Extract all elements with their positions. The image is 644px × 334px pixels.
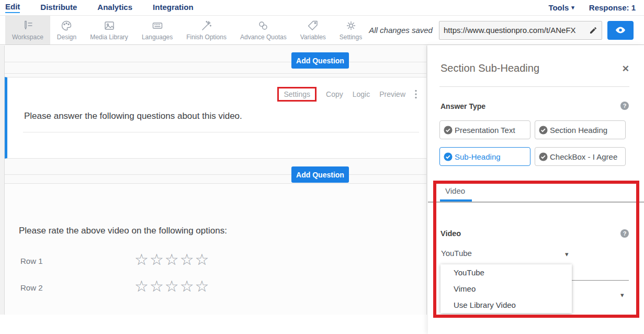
finish-options-icon bbox=[200, 19, 213, 32]
star-rating-row[interactable]: ☆☆☆☆☆ bbox=[134, 252, 210, 268]
survey-url-field[interactable]: https://www.questionpro.com/t/ANeFX bbox=[439, 21, 602, 40]
pencil-icon bbox=[589, 26, 597, 35]
preview-survey-button[interactable] bbox=[607, 21, 634, 40]
toolbar-item-workspace[interactable]: Workspace bbox=[5, 16, 50, 44]
toolbar-item-variables[interactable]: Variables bbox=[293, 16, 333, 44]
toolbar-item-media-library[interactable]: Media Library bbox=[83, 16, 135, 44]
close-icon[interactable]: ✕ bbox=[622, 63, 629, 74]
nav-item-analytics[interactable]: Analytics bbox=[97, 3, 132, 13]
rating-row-label: Row 2 bbox=[20, 283, 43, 292]
question-copy-button[interactable]: Copy bbox=[326, 90, 343, 98]
design-icon bbox=[60, 19, 73, 32]
question-actions: Settings Copy Logic Preview bbox=[277, 87, 417, 102]
toolbar-item-label: Advance Quotas bbox=[240, 34, 287, 41]
answer-type-section-heading[interactable]: Section Heading bbox=[535, 120, 626, 139]
nav-item-distribute[interactable]: Distribute bbox=[40, 3, 77, 13]
video-field-label: Video bbox=[440, 229, 461, 238]
save-status: All changes saved bbox=[369, 26, 433, 35]
check-circle-icon bbox=[444, 126, 453, 135]
answer-type-label: Presentation Text bbox=[455, 126, 515, 135]
media-library-icon bbox=[103, 19, 116, 32]
dropdown-option-youtube[interactable]: YouTube bbox=[440, 264, 572, 281]
page-gutter bbox=[0, 46, 4, 315]
more-options-icon[interactable] bbox=[415, 90, 417, 99]
question-card-subheading[interactable]: Settings Copy Logic Preview Please answe… bbox=[5, 77, 426, 159]
add-question-button[interactable]: Add Question bbox=[291, 52, 349, 69]
help-icon[interactable]: ? bbox=[620, 229, 629, 238]
divider bbox=[5, 62, 426, 62]
answer-type-label: Section Heading bbox=[550, 126, 607, 135]
tab-video[interactable]: Video bbox=[445, 186, 465, 195]
dropdown-option-vimeo[interactable]: Vimeo bbox=[440, 281, 572, 297]
divider bbox=[23, 132, 419, 132]
divider bbox=[5, 174, 426, 175]
star-rating-row[interactable]: ☆☆☆☆☆ bbox=[134, 279, 210, 294]
survey-url-text: https://www.questionpro.com/t/ANeFX bbox=[444, 26, 586, 35]
workspace-icon bbox=[21, 19, 34, 32]
question-card-rating[interactable]: Please rate the above video on the follo… bbox=[5, 183, 426, 315]
answer-type-grid: Presentation Text Section Heading Sub-He… bbox=[439, 120, 626, 166]
toolbar-item-finish-options[interactable]: Finish Options bbox=[179, 16, 233, 44]
response-count[interactable]: Response: 1 bbox=[589, 3, 636, 12]
survey-page: Add Question Settings Copy Logic Preview… bbox=[4, 46, 427, 315]
chevron-down-icon[interactable]: ▾ bbox=[565, 250, 569, 258]
tools-menu[interactable]: Tools ▾ bbox=[548, 3, 574, 12]
nav-right: Tools ▾ Response: 1 bbox=[548, 3, 636, 12]
answer-type-checkbox-i-agree[interactable]: CheckBox - I Agree bbox=[535, 147, 626, 166]
question-text[interactable]: Please answer the following questions ab… bbox=[24, 111, 242, 121]
toolbar-item-settings[interactable]: Settings bbox=[333, 16, 369, 44]
tools-label: Tools bbox=[548, 3, 569, 12]
check-circle-icon bbox=[539, 152, 548, 161]
panel-title: Section Sub-Heading bbox=[440, 62, 539, 74]
add-question-button[interactable]: Add Question bbox=[291, 166, 349, 183]
top-nav: Edit Distribute Analytics Integration To… bbox=[0, 0, 644, 16]
toolbar-item-design[interactable]: Design bbox=[50, 16, 83, 44]
variables-icon bbox=[307, 19, 319, 32]
settings-panel: Section Sub-Heading ✕ Answer Type ? Pres… bbox=[428, 45, 644, 334]
toolbar-item-label: Media Library bbox=[90, 34, 128, 41]
answer-type-label: Answer Type bbox=[440, 102, 485, 110]
nav-item-edit[interactable]: Edit bbox=[5, 2, 20, 13]
toolbar-item-label: Variables bbox=[300, 34, 326, 41]
video-source-dropdown: YouTube Vimeo Use Library Video bbox=[440, 264, 572, 313]
answer-type-label: CheckBox - I Agree bbox=[550, 152, 617, 161]
gear-icon bbox=[345, 19, 357, 32]
help-icon[interactable]: ? bbox=[620, 102, 629, 110]
rating-row-label: Row 1 bbox=[20, 257, 43, 265]
advance-quotas-icon bbox=[257, 19, 269, 32]
toolbar-item-label: Design bbox=[57, 34, 76, 41]
eye-icon bbox=[615, 25, 626, 36]
question-preview-button[interactable]: Preview bbox=[379, 90, 405, 98]
toolbar-item-label: Settings bbox=[340, 34, 362, 41]
nav-item-integration[interactable]: Integration bbox=[153, 3, 194, 13]
toolbar-item-label: Workspace bbox=[12, 34, 43, 41]
divider bbox=[439, 86, 629, 87]
answer-type-presentation-text[interactable]: Presentation Text bbox=[439, 120, 530, 139]
check-circle-icon bbox=[444, 152, 453, 161]
survey-editor-area: Add Question Settings Copy Logic Preview… bbox=[0, 45, 428, 334]
dropdown-option-use-library-video[interactable]: Use Library Video bbox=[440, 297, 572, 313]
chevron-down-icon[interactable]: ▾ bbox=[620, 291, 624, 299]
answer-type-sub-heading[interactable]: Sub-Heading bbox=[439, 147, 530, 166]
toolbar: Workspace Design Media Library Languages… bbox=[0, 16, 644, 45]
toolbar-item-advance-quotas[interactable]: Advance Quotas bbox=[233, 16, 293, 44]
toolbar-item-label: Languages bbox=[142, 34, 173, 41]
video-source-select[interactable]: YouTube bbox=[441, 249, 472, 258]
divider bbox=[428, 202, 644, 203]
check-circle-icon bbox=[539, 126, 548, 135]
divider bbox=[5, 73, 426, 74]
question-settings-button[interactable]: Settings bbox=[277, 87, 317, 102]
toolbar-item-languages[interactable]: Languages bbox=[135, 16, 179, 44]
chevron-down-icon: ▾ bbox=[571, 4, 574, 11]
toolbar-item-label: Finish Options bbox=[186, 34, 227, 41]
question-text[interactable]: Please rate the above video on the follo… bbox=[19, 226, 227, 236]
languages-icon bbox=[151, 19, 164, 32]
edit-url-button[interactable] bbox=[586, 26, 597, 35]
answer-type-label: Sub-Heading bbox=[455, 152, 501, 161]
question-logic-button[interactable]: Logic bbox=[353, 90, 370, 98]
